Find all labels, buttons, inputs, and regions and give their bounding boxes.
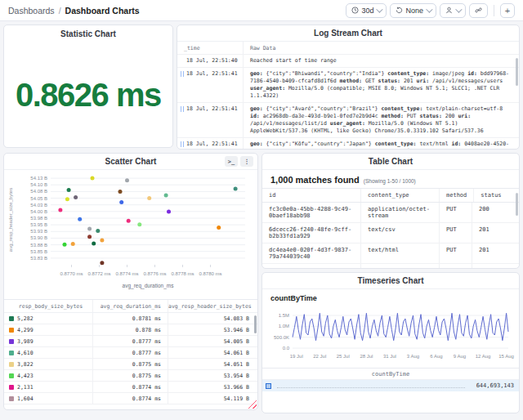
- scatter-table-row[interactable]: 1,604 0.8774 ms 54.119 B: [4, 393, 257, 404]
- series-swatch-icon: [9, 362, 14, 367]
- scatter-point: [58, 208, 62, 212]
- table-chart-title: Table Chart: [262, 154, 519, 170]
- log-entry-icon: [181, 141, 184, 147]
- chevron-down-icon: [455, 6, 462, 12]
- log-raw-data: geo: {"city":"Avaré","country":"Brazil"}…: [243, 103, 519, 137]
- log-row[interactable]: 18 Jul, 22:51:40 Reached start of time r…: [177, 54, 519, 67]
- breadcrumb-dashboards[interactable]: Dashboards: [8, 6, 55, 16]
- series-swatch-icon: [9, 339, 14, 344]
- table-chart-scrollbar-thumb[interactable]: [516, 193, 518, 216]
- matches-count: 1,000 matches found: [270, 175, 360, 185]
- svg-text:500.0K: 500.0K: [274, 335, 289, 340]
- time-range-button[interactable]: 30d: [346, 3, 387, 18]
- user-menu-button[interactable]: [440, 3, 466, 18]
- statistic-chart-panel: Statistic Chart 0.8626 ms: [3, 25, 173, 148]
- col-method: method: [439, 189, 473, 202]
- log-col-time: _time: [177, 45, 243, 51]
- scatter-point: [119, 200, 123, 204]
- svg-text:53.88 B: 53.88 B: [30, 243, 47, 248]
- series-swatch-icon: [9, 351, 14, 355]
- log-scrollbar-thumb[interactable]: [516, 58, 518, 86]
- refresh-interval-button[interactable]: None: [390, 3, 436, 18]
- svg-text:0.0: 0.0: [283, 346, 290, 351]
- log-col-rawdata: Raw Data: [243, 42, 519, 54]
- scatter-table-row[interactable]: 4,299 0.878 ms 53.946 B: [4, 324, 257, 336]
- scatter-data-table: resp_body_size_bytes avg_req_duration_ms…: [4, 299, 257, 404]
- svg-text:0.8780 ms: 0.8780 ms: [199, 271, 221, 276]
- log-row[interactable]: 18 Jul, 22:51:41 geo: {"city":"Avaré","c…: [177, 102, 519, 137]
- col-id: id: [262, 189, 360, 202]
- scatter-point: [63, 243, 67, 247]
- share-link-button[interactable]: [469, 3, 488, 18]
- scatter-point: [71, 242, 75, 246]
- table-row[interactable]: dc4ea4e0-020f-4d3f-9837-79a744039c40text…: [262, 244, 519, 264]
- user-icon: [445, 7, 453, 14]
- col-content-type: content_type: [360, 189, 439, 202]
- scatter-point: [125, 178, 129, 182]
- col-resp-body-size: resp_body_size_bytes: [4, 303, 92, 310]
- svg-text:53.83 B: 53.83 B: [30, 256, 47, 261]
- add-panel-button[interactable]: +: [500, 3, 515, 18]
- log-entry-icon: [181, 71, 184, 77]
- col-avg-resp-header-size: avg_resp_header_size_bytes: [168, 300, 258, 312]
- scatter-chart-title: Scatter Chart: [105, 157, 157, 166]
- table-chart-header: id content_type method status: [262, 188, 519, 203]
- inspect-console-button[interactable]: >_: [225, 156, 238, 167]
- svg-text:28 Jul: 28 Jul: [360, 354, 373, 359]
- scatter-table-row[interactable]: 4,423 0.8775 ms 53.954 B: [4, 370, 257, 382]
- log-raw-data: Reached start of time range: [243, 55, 519, 67]
- svg-text:0.8776 ms: 0.8776 ms: [143, 271, 166, 276]
- scatter-table-row[interactable]: 4,610 0.8777 ms 54.061 B: [4, 347, 257, 359]
- svg-text:6 Aug: 6 Aug: [430, 354, 442, 359]
- scatter-point: [137, 222, 141, 226]
- dashboard-screen: Dashboards / Dashboard Charts 30d None: [0, 0, 523, 420]
- clock-icon: [351, 7, 359, 14]
- history-icon: [396, 7, 403, 14]
- scatter-point: [78, 217, 82, 221]
- svg-text:53.85 B: 53.85 B: [30, 249, 47, 254]
- breadcrumb: Dashboards / Dashboard Charts: [8, 6, 140, 16]
- svg-text:53.95 B: 53.95 B: [30, 222, 47, 227]
- svg-text:54.13 B: 54.13 B: [30, 176, 47, 181]
- svg-text:0.8774 ms: 0.8774 ms: [115, 271, 138, 276]
- scatter-point: [167, 210, 171, 214]
- svg-text:0.8770 ms: 0.8770 ms: [60, 271, 83, 276]
- chevron-down-icon: [426, 6, 432, 12]
- log-row[interactable]: 18 Jul, 22:51:41 geo: {"city":"Bhiwandi"…: [177, 67, 519, 102]
- log-raw-data: geo: {"city":"Bhiwandi","country":"India…: [243, 68, 519, 102]
- panel-menu-button[interactable]: ⋮: [240, 156, 253, 167]
- log-time: 18 Jul, 22:51:40: [177, 55, 243, 67]
- svg-text:53.98 B: 53.98 B: [30, 216, 47, 221]
- table-row[interactable]: [262, 264, 519, 269]
- scatter-table-header: resp_body_size_bytes avg_req_duration_ms…: [4, 300, 257, 313]
- svg-text:9 Aug: 9 Aug: [454, 354, 466, 359]
- time-range-label: 30d: [361, 7, 373, 15]
- series-swatch-icon[interactable]: [266, 383, 271, 389]
- timeseries-summary-row[interactable]: 644,693,143: [262, 379, 519, 391]
- svg-text:54.08 B: 54.08 B: [30, 189, 47, 194]
- log-rows: 18 Jul, 22:51:40 Reached start of time r…: [177, 54, 519, 150]
- log-table-header: _time Raw Data: [177, 42, 519, 54]
- statistic-value: 0.8626 ms: [4, 42, 172, 148]
- timeseries-series-label: countByTime: [262, 289, 519, 302]
- log-entry-icon: [181, 106, 184, 112]
- scatter-table-scrollbar-thumb[interactable]: [254, 315, 257, 333]
- scatter-plot: 54.13 B54.10 B54.08 B54.05 B54.03 B54.00…: [4, 170, 257, 299]
- timeseries-line: [293, 313, 508, 340]
- log-row[interactable]: 18 Jul, 22:51:41 geo: {"city":"Kōfu","co…: [177, 137, 519, 150]
- breadcrumb-current: Dashboard Charts: [65, 6, 140, 16]
- col-avg-req-duration: avg_req_duration_ms: [92, 300, 168, 312]
- scatter-table-row[interactable]: 5,282 0.8781 ms 54.083 B: [4, 313, 257, 324]
- scatter-point: [217, 226, 221, 230]
- scatter-table-row[interactable]: 3,989 0.8777 ms 54.005 B: [4, 336, 257, 347]
- scatter-table-row[interactable]: 3,822 0.8775 ms 54.051 B: [4, 359, 257, 370]
- chevron-down-icon: [377, 6, 383, 12]
- series-swatch-icon: [9, 316, 14, 321]
- link-icon: [475, 7, 482, 14]
- scatter-point: [92, 241, 96, 245]
- table-row[interactable]: fc3c0e0a-45bb-4288-9c49-0baef18abb98appl…: [262, 203, 519, 223]
- table-row[interactable]: 6dcecc26-f240-48fe-9cff-b2b33fd1a929text…: [262, 223, 519, 244]
- scatter-point: [127, 219, 131, 223]
- svg-text:54.00 B: 54.00 B: [30, 209, 47, 214]
- scatter-table-row[interactable]: 2,131 0.8774 ms 53.966 B: [4, 382, 257, 393]
